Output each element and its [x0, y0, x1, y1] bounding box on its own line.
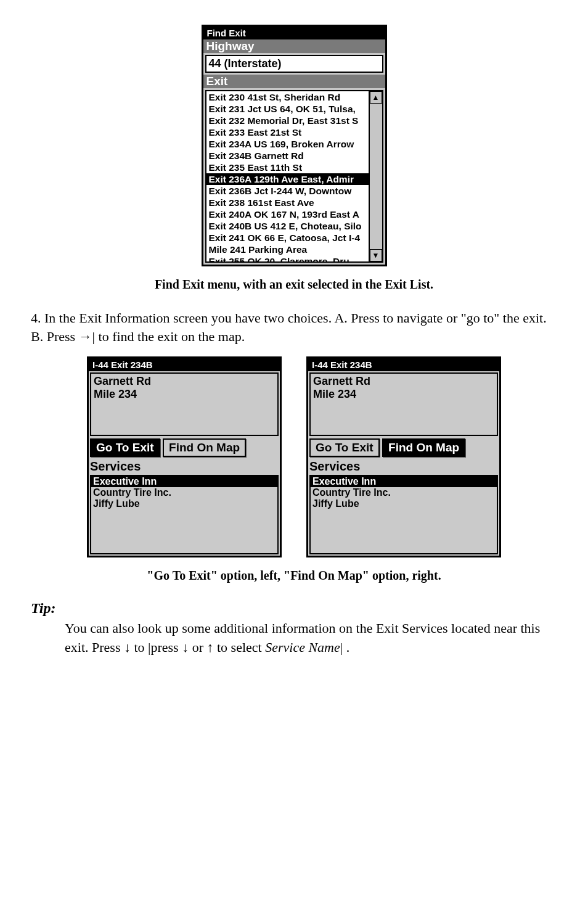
exit-label: Exit	[203, 75, 385, 88]
go-to-exit-button[interactable]: Go To Exit	[309, 438, 380, 457]
exit-infobox: Garnett Rd Mile 234	[309, 372, 498, 436]
exit-item[interactable]: Exit 236B Jct I-244 W, Downtow	[206, 185, 382, 197]
panel-title: I-44 Exit 234B	[308, 358, 499, 371]
service-item[interactable]: Executive Inn	[91, 476, 277, 487]
exit-name: Garnett Rd	[313, 375, 494, 388]
exit-item[interactable]: Exit 234B Garnett Rd	[206, 150, 382, 162]
exit-info-panel-left: I-44 Exit 234B Garnett Rd Mile 234 Go To…	[87, 356, 282, 557]
tip-heading: Tip:	[31, 600, 557, 617]
service-item[interactable]: Jiffy Lube	[91, 498, 277, 509]
window-title: Find Exit	[203, 27, 385, 39]
exit-item[interactable]: Exit 238 161st East Ave	[206, 197, 382, 208]
exit-item-selected[interactable]: Exit 236A 129th Ave East, Admir	[206, 173, 382, 185]
exit-item[interactable]: Exit 255 OK 20, Claremore, Dru	[206, 255, 382, 261]
exit-item[interactable]: Exit 233 East 21st St	[206, 126, 382, 138]
service-item[interactable]: Executive Inn	[311, 476, 497, 487]
services-list[interactable]: Executive Inn Country Tire Inc. Jiffy Lu…	[309, 475, 498, 554]
figure2-caption: "Go To Exit" option, left, "Find On Map"…	[31, 569, 557, 583]
highway-input[interactable]: 44 (Interstate)	[205, 55, 383, 73]
find-exit-window: Find Exit Highway 44 (Interstate) Exit E…	[202, 25, 387, 266]
services-label: Services	[309, 459, 498, 474]
highway-label: Highway	[203, 39, 385, 53]
find-on-map-button[interactable]: Find On Map	[382, 438, 465, 457]
go-to-exit-button[interactable]: Go To Exit	[90, 438, 160, 457]
exit-item[interactable]: Exit 241 OK 66 E, Catoosa, Jct I-4	[206, 232, 382, 244]
service-name-placeholder: Service Name	[265, 639, 340, 655]
services-list[interactable]: Executive Inn Country Tire Inc. Jiffy Lu…	[90, 475, 279, 554]
services-label: Services	[90, 459, 279, 474]
exit-item[interactable]: Exit 232 Memorial Dr, East 31st S	[206, 115, 382, 126]
service-item[interactable]: Jiffy Lube	[311, 498, 497, 509]
exit-infobox: Garnett Rd Mile 234	[90, 372, 279, 436]
tip-text-2: | .	[340, 639, 349, 655]
service-item[interactable]: Country Tire Inc.	[91, 487, 277, 498]
exit-item[interactable]: Exit 235 East 11th St	[206, 162, 382, 173]
exit-name: Garnett Rd	[94, 375, 275, 388]
exit-mile: Mile 234	[313, 388, 494, 401]
exit-item[interactable]: Exit 240A OK 167 N, 193rd East A	[206, 208, 382, 220]
panel-title: I-44 Exit 234B	[89, 358, 280, 371]
exit-item[interactable]: Mile 241 Parking Area	[206, 244, 382, 255]
exit-list[interactable]: Exit 230 41st St, Sheridan Rd Exit 231 J…	[205, 90, 383, 263]
scrollbar[interactable]: ▲ ▼	[369, 91, 382, 261]
exit-item[interactable]: Exit 231 Jct US 64, OK 51, Tulsa,	[206, 103, 382, 115]
exit-mile: Mile 234	[94, 388, 275, 401]
service-item[interactable]: Country Tire Inc.	[311, 487, 497, 498]
scroll-up-icon[interactable]: ▲	[370, 91, 382, 104]
step4-paragraph: 4. In the Exit Information screen you ha…	[31, 309, 557, 345]
figure1-caption: Find Exit menu, with an exit selected in…	[31, 278, 557, 292]
find-on-map-button[interactable]: Find On Map	[163, 438, 246, 457]
exit-item[interactable]: Exit 234A US 169, Broken Arrow	[206, 138, 382, 150]
scroll-down-icon[interactable]: ▼	[370, 249, 382, 261]
exit-item[interactable]: Exit 240B US 412 E, Choteau, Silo	[206, 220, 382, 232]
exit-item[interactable]: Exit 230 41st St, Sheridan Rd	[206, 91, 382, 103]
exit-info-panel-right: I-44 Exit 234B Garnett Rd Mile 234 Go To…	[306, 356, 501, 557]
tip-body: You can also look up some additional inf…	[65, 619, 545, 657]
